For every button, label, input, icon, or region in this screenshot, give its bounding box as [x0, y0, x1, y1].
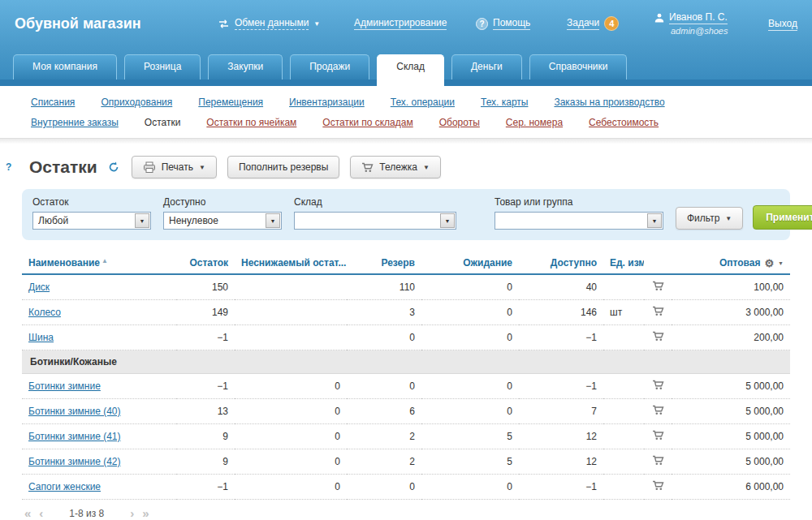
page-help-icon[interactable]: ?	[6, 161, 11, 173]
subnav-teh-operatsii[interactable]: Тех. операции	[391, 97, 455, 108]
awaiting-cell: 0	[421, 475, 519, 500]
refresh-icon[interactable]	[108, 161, 119, 173]
tasks-item: Задачи 4	[567, 16, 654, 31]
product-link[interactable]: Ботинки зимние	[28, 380, 101, 392]
first-page-icon[interactable]: «	[24, 507, 31, 519]
stock-cell: −1	[176, 475, 235, 500]
tasks-badge[interactable]: 4	[604, 16, 619, 31]
stock-cell: −1	[176, 325, 235, 350]
cart-icon[interactable]	[652, 331, 664, 342]
data-exchange-menu[interactable]: Обмен данными ▼	[218, 17, 354, 30]
tab-warehouse[interactable]: Склад	[377, 54, 444, 86]
tab-retail[interactable]: Розница	[124, 54, 201, 80]
cart-icon[interactable]	[652, 480, 664, 491]
tab-directories[interactable]: Справочники	[529, 54, 628, 80]
apply-button[interactable]: Применить	[753, 205, 812, 230]
help-link[interactable]: Помощь	[493, 17, 530, 30]
cart-menu-button[interactable]: Тележка ▼	[350, 156, 441, 178]
stock-cell: −1	[176, 374, 235, 399]
administration-link[interactable]: Администрирование	[354, 17, 447, 30]
column-header-name[interactable]: Наименование▲	[22, 251, 176, 274]
cart-icon[interactable]	[652, 430, 664, 440]
reserve-cell: 2	[347, 424, 421, 449]
subnav-spisaniya[interactable]: Списания	[31, 97, 75, 108]
stock-filter-value: Любой	[38, 215, 68, 226]
subnav-ostatki-po-yacheykam[interactable]: Остатки по ячейкам	[206, 117, 296, 128]
subnav-oboroty[interactable]: Обороты	[439, 117, 480, 128]
column-header-reserve[interactable]: Резерв	[347, 251, 421, 274]
column-header-unit[interactable]: Ед. изм.	[603, 251, 644, 274]
cart-icon[interactable]	[652, 455, 664, 466]
available-filter-select[interactable]: Ненулевое ▼	[163, 212, 282, 230]
available-filter-value: Ненулевое	[169, 215, 218, 226]
chevron-down-icon: ▼	[199, 164, 205, 171]
subnav-ostatki-po-skladam[interactable]: Остатки по складам	[322, 117, 412, 128]
reserve-cell: 2	[347, 449, 421, 475]
subnav-zakazy-na-proizvodstvo[interactable]: Заказы на производство	[554, 97, 664, 108]
cart-icon[interactable]	[652, 380, 664, 390]
logout-link[interactable]: Выход	[768, 18, 797, 31]
filter-actions: Фильтр ▼ Применить	[676, 205, 812, 230]
subnav-teh-karty[interactable]: Тех. карты	[481, 97, 528, 108]
reserve-cell: 6	[347, 399, 421, 424]
subnav-oprihodovaniya[interactable]: Оприходования	[101, 97, 172, 108]
group-row[interactable]: Ботинки/Кожаные	[22, 350, 790, 374]
next-page-icon[interactable]: ›	[130, 507, 134, 519]
product-filter-select[interactable]: ▼	[495, 212, 663, 230]
product-link[interactable]: Ботинки зимние (41)	[28, 431, 121, 442]
column-header-awaiting[interactable]: Ожидание	[421, 251, 519, 274]
prev-page-icon[interactable]: ‹	[39, 507, 43, 519]
product-link[interactable]: Сапоги женские	[28, 481, 101, 492]
column-header-stock[interactable]: Остаток	[176, 251, 235, 274]
help-icon: ?	[476, 18, 488, 30]
price-cell: 100,00	[672, 274, 790, 300]
column-header-available[interactable]: Доступно	[519, 251, 603, 274]
tab-purchases[interactable]: Закупки	[208, 54, 283, 80]
subnav-ser-nomera[interactable]: Сер. номера	[506, 117, 563, 128]
logout-item: Выход	[768, 18, 797, 29]
subnav-sebestoimost[interactable]: Себестоимость	[589, 117, 659, 128]
tab-my-company[interactable]: Моя компания	[13, 54, 117, 80]
tab-sales[interactable]: Продажи	[290, 54, 369, 80]
stock-filter-select[interactable]: Любой ▼	[32, 212, 151, 230]
cart-icon[interactable]	[652, 306, 664, 316]
replenish-reserves-button[interactable]: Пополнить резервы	[227, 156, 339, 178]
column-header-price[interactable]: Оптовая ⚙ ▼	[672, 251, 790, 274]
chevron-down-icon: ▼	[266, 213, 280, 228]
product-link[interactable]: Ботинки зимние (40)	[28, 406, 121, 417]
awaiting-cell: 0	[421, 274, 519, 300]
product-name-cell: Диск	[22, 274, 176, 300]
print-label: Печать	[162, 161, 193, 173]
stock-filter-field: Остаток Любой ▼	[32, 196, 151, 230]
column-header-min-stock[interactable]: Неснижаемый остат...	[235, 251, 347, 274]
min-stock-cell	[235, 274, 347, 300]
subnav-peremeshcheniya[interactable]: Перемещения	[198, 97, 263, 108]
user-link[interactable]: Иванов П. С.	[669, 11, 728, 24]
administration-item: Администрирование	[354, 17, 476, 30]
cart-icon[interactable]	[652, 405, 664, 415]
warehouse-filter-label: Склад	[294, 196, 456, 208]
chevron-down-icon: ▼	[423, 164, 430, 171]
subnav-vnutrennie-zakazy[interactable]: Внутренние заказы	[31, 117, 119, 128]
print-button[interactable]: Печать ▼	[132, 156, 217, 178]
product-link[interactable]: Шина	[28, 332, 54, 343]
gear-icon[interactable]: ⚙	[764, 258, 774, 269]
unit-cell	[603, 374, 644, 399]
cart-icon[interactable]	[652, 281, 664, 291]
warehouse-filter-select[interactable]: ▼	[294, 212, 456, 230]
available-cell: 12	[519, 449, 603, 475]
price-cell: 3 000,00	[672, 300, 790, 325]
subnav-inventarizatsii[interactable]: Инвентаризации	[289, 97, 365, 108]
product-link[interactable]: Диск	[28, 281, 50, 293]
replenish-label: Пополнить резервы	[239, 161, 328, 173]
product-name-cell: Ботинки зимние	[22, 374, 176, 399]
chevron-down-icon: ▼	[725, 215, 732, 222]
page-toolbar: Остатки Печать ▼ Пополнить резервы Тележ…	[0, 144, 812, 189]
last-page-icon[interactable]: »	[142, 507, 149, 519]
min-stock-cell: 0	[235, 424, 347, 449]
tasks-link[interactable]: Задачи	[567, 17, 599, 30]
product-link[interactable]: Ботинки зимние (42)	[28, 456, 121, 467]
product-link[interactable]: Колесо	[28, 307, 61, 318]
filter-button[interactable]: Фильтр ▼	[676, 207, 743, 230]
tab-money[interactable]: Деньги	[451, 54, 522, 80]
